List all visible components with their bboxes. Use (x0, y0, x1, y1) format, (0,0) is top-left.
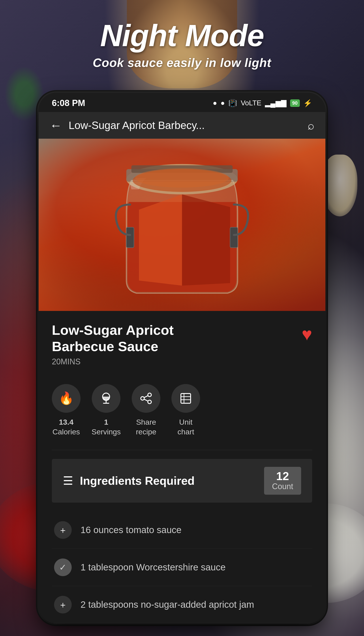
ingredient-add-icon-1: ＋ (54, 521, 72, 539)
ingredient-item-2[interactable]: ✓ 1 tablespoon Worcestershire sauce (52, 549, 312, 586)
phone-mockup: 6:08 PM ● ● 📳 VoLTE ▂▄▆▇ 90 ⚡ ← Low-Suga… (38, 93, 326, 623)
share-icon-circle (132, 384, 160, 413)
recipe-name: Low-Sugar Apricot Barbecue Sauce (52, 322, 174, 355)
ingredient-item-3[interactable]: ＋ 2 tablespoons no-sugar-added apricot j… (52, 586, 312, 623)
calories-action[interactable]: 🔥 13.4 Calories (52, 384, 80, 437)
ingredient-check-icon-2: ✓ (54, 558, 72, 576)
background-garlic (322, 155, 358, 216)
share-icon (140, 392, 153, 405)
servings-icon-circle (92, 384, 120, 413)
count-number: 12 (272, 470, 293, 482)
hero-title: Night Mode (0, 18, 364, 54)
ingredient-text-1: 16 ounces tomato sauce (80, 524, 182, 537)
status-icons: ● ● 📳 VoLTE ▂▄▆▇ 90 ⚡ (213, 99, 312, 107)
unit-chart-icon-circle (172, 384, 200, 413)
list-icon: ☰ (63, 474, 73, 487)
servings-action[interactable]: 1 Servings (92, 384, 121, 437)
svg-rect-4 (126, 227, 134, 247)
recipe-image (38, 139, 326, 311)
recipe-content: Low-Sugar Apricot Barbecue Sauce ♥ 20MIN… (38, 311, 326, 623)
ingredient-text-3: 2 tablespoons no-sugar-added apricot jam (80, 598, 254, 611)
ingredient-item-1[interactable]: ＋ 16 ounces tomato sauce (52, 511, 312, 549)
ingredients-title-area: ☰ Ingredients Required (63, 474, 194, 487)
back-button[interactable]: ← (50, 118, 62, 133)
unit-chart-icon (179, 392, 192, 405)
ingredients-title: Ingredients Required (80, 474, 194, 487)
search-button[interactable]: ⌕ (308, 119, 314, 132)
svg-rect-13 (181, 394, 190, 403)
status-vibrate: 📳 (228, 99, 237, 107)
svg-rect-3 (230, 227, 238, 247)
favorite-button[interactable]: ♥ (302, 324, 312, 345)
ingredients-header: ☰ Ingredients Required 12 Count (52, 459, 312, 503)
share-label: Share recipe (136, 417, 156, 437)
svg-point-8 (148, 393, 151, 397)
svg-line-12 (144, 399, 148, 401)
servings-label: 1 Servings (92, 417, 121, 437)
background-herb (4, 66, 44, 121)
count-label: Count (272, 482, 293, 491)
svg-point-6 (135, 168, 229, 187)
app-bar-title: Low-Sugar Apricot Barbecу... (68, 119, 301, 131)
jar-illustration (38, 139, 326, 311)
recipe-time: 20MINS (52, 357, 312, 366)
recipe-title-row: Low-Sugar Apricot Barbecue Sauce ♥ (52, 311, 312, 357)
count-badge: 12 Count (264, 467, 301, 495)
svg-line-11 (144, 396, 148, 398)
charging-icon: ⚡ (303, 99, 312, 107)
svg-point-9 (141, 397, 144, 400)
volte-icon: VoLTE (241, 99, 262, 107)
calories-value: 13.4 Calories (52, 417, 80, 437)
share-recipe-action[interactable]: Share recipe (132, 384, 160, 437)
battery-icon: 90 (290, 99, 300, 107)
svg-point-10 (148, 400, 151, 404)
app-bar: ← Low-Sugar Apricot Barbecу... ⌕ (38, 112, 326, 139)
hero-section: Night Mode Cook sauce easily in low ligh… (0, 18, 364, 70)
signal-icon: ▂▄▆▇ (265, 99, 286, 107)
calories-icon-circle: 🔥 (52, 384, 80, 413)
ingredient-text-2: 1 tablespoon Worcestershire sauce (80, 561, 226, 574)
ingredient-add-icon-3: ＋ (54, 596, 72, 613)
servings-icon (100, 392, 113, 405)
unit-chart-action[interactable]: Unit chart (172, 384, 200, 437)
status-dot1: ● (213, 99, 217, 107)
hero-subtitle: Cook sauce easily in low light (0, 56, 364, 70)
unit-chart-label: Unit chart (177, 417, 194, 437)
status-time: 6:08 PM (52, 98, 85, 108)
status-dot2: ● (220, 99, 225, 107)
actions-row: 🔥 13.4 Calories 1 (52, 377, 312, 450)
status-bar: 6:08 PM ● ● 📳 VoLTE ▂▄▆▇ 90 ⚡ (38, 93, 326, 112)
